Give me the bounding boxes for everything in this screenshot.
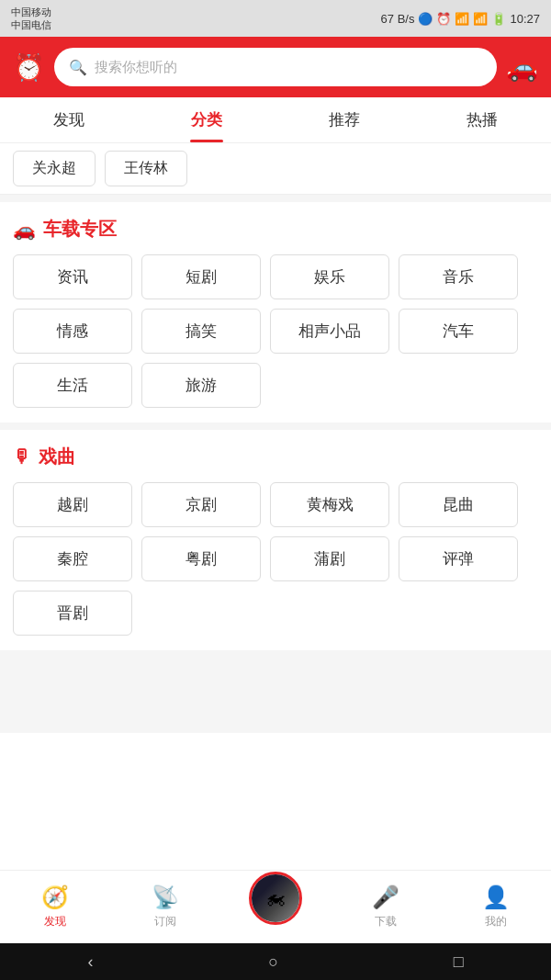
back-button[interactable]: ‹ [87,952,93,972]
recent-button[interactable]: □ [454,952,464,972]
mine-label: 我的 [485,914,507,929]
nav-mine[interactable]: 👤 我的 [441,884,551,929]
clock-icon[interactable]: ⏰ [13,52,45,83]
time-display: 10:27 [510,12,540,26]
tag-gaoxiao[interactable]: 搞笑 [141,309,261,354]
tag-btn-guanyongchao[interactable]: 关永超 [13,151,96,186]
signal-icon: 📶 [473,12,488,26]
center-avatar[interactable]: 🏍 [249,872,302,925]
wifi-icon: 📶 [455,12,469,26]
search-bar[interactable]: 🔍 搜索你想听的 [54,48,497,86]
carrier-info: 中国移动 中国电信 [11,6,51,32]
opera-tag-grid: 越剧 京剧 黄梅戏 昆曲 秦腔 粤剧 蒲剧 评弹 晋剧 [13,482,538,636]
subscribe-label: 订阅 [154,914,176,929]
alarm-icon: ⏰ [436,12,451,26]
partial-tag-row: 关永超 王传林 [0,143,551,195]
tag-huangmeixi[interactable]: 黄梅戏 [270,482,389,527]
car-zone-title: 🚗 车载专区 [13,217,538,242]
tab-hot[interactable]: 热播 [413,97,551,142]
opera-section: 🎙 戏曲 越剧 京剧 黄梅戏 昆曲 秦腔 粤剧 蒲剧 评弹 晋剧 [0,430,551,650]
tag-lvyou[interactable]: 旅游 [141,363,261,408]
header: ⏰ 🔍 搜索你想听的 🚗 [0,37,551,97]
tag-qiche[interactable]: 汽车 [399,309,518,354]
discover-label: 发现 [44,914,66,929]
status-bar: 中国移动 中国电信 67 B/s 🔵 ⏰ 📶 📶 🔋 10:27 [0,0,551,37]
search-placeholder: 搜索你想听的 [95,59,177,76]
tag-yueju2[interactable]: 粤剧 [141,536,261,581]
car-zone-section: 🚗 车载专区 资讯 短剧 娱乐 音乐 情感 搞笑 相声小品 汽车 生活 旅游 [0,202,551,422]
nav-tabs: 发现 分类 推荐 热播 [0,97,551,143]
android-bar: ‹ ○ □ [0,943,551,980]
battery-icon: 🔋 [491,12,506,26]
car-zone-tag-grid: 资讯 短剧 娱乐 音乐 情感 搞笑 相声小品 汽车 生活 旅游 [13,254,538,408]
content-area: 关永超 王传林 🚗 车载专区 资讯 短剧 娱乐 音乐 情感 搞笑 相声小品 汽车… [0,143,551,733]
tag-pingtan[interactable]: 评弹 [399,536,518,581]
nav-subscribe[interactable]: 📡 订阅 [110,884,220,929]
tab-category[interactable]: 分类 [138,97,276,142]
tag-xiangsheng[interactable]: 相声小品 [270,309,389,354]
tag-yule[interactable]: 娱乐 [270,254,389,299]
nav-download[interactable]: 🎤 下载 [331,884,441,929]
speed-indicator: 67 B/s [381,12,415,26]
home-button[interactable]: ○ [268,952,278,972]
tag-btn-wangchuanlin[interactable]: 王传林 [105,151,187,186]
opera-title: 🎙 戏曲 [13,445,538,469]
status-right: 67 B/s 🔵 ⏰ 📶 📶 🔋 10:27 [381,12,540,26]
tag-yinyue[interactable]: 音乐 [399,254,518,299]
download-icon: 🎤 [372,884,399,910]
bottom-nav: 🧭 发现 📡 订阅 🏍 🎤 下载 👤 我的 [0,870,551,943]
avatar-image: 🏍 [252,874,299,922]
tag-jingju[interactable]: 京剧 [141,482,261,527]
discover-icon: 🧭 [41,884,69,910]
opera-icon: 🎙 [13,446,31,467]
bluetooth-icon: 🔵 [418,12,433,26]
car-zone-icon: 🚗 [13,219,36,241]
tag-puju[interactable]: 蒲剧 [270,536,389,581]
nav-discover[interactable]: 🧭 发现 [0,884,110,929]
tag-shenghuo[interactable]: 生活 [13,363,132,408]
tag-zixun[interactable]: 资讯 [13,254,132,299]
tag-jinju[interactable]: 晋剧 [13,591,132,636]
subscribe-icon: 📡 [152,884,179,910]
tag-yueju[interactable]: 越剧 [13,482,132,527]
download-label: 下载 [375,914,397,929]
mine-icon: 👤 [482,884,510,910]
tab-recommend[interactable]: 推荐 [276,97,413,142]
search-icon: 🔍 [69,59,87,76]
tag-duanju[interactable]: 短剧 [141,254,261,299]
tab-discover[interactable]: 发现 [0,97,138,142]
tag-qinqiang[interactable]: 秦腔 [13,536,132,581]
nav-center[interactable]: 🏍 [220,881,331,934]
tag-kunqu[interactable]: 昆曲 [399,482,518,527]
tag-qinggan[interactable]: 情感 [13,309,132,354]
car-mode-icon[interactable]: 🚗 [506,52,538,83]
